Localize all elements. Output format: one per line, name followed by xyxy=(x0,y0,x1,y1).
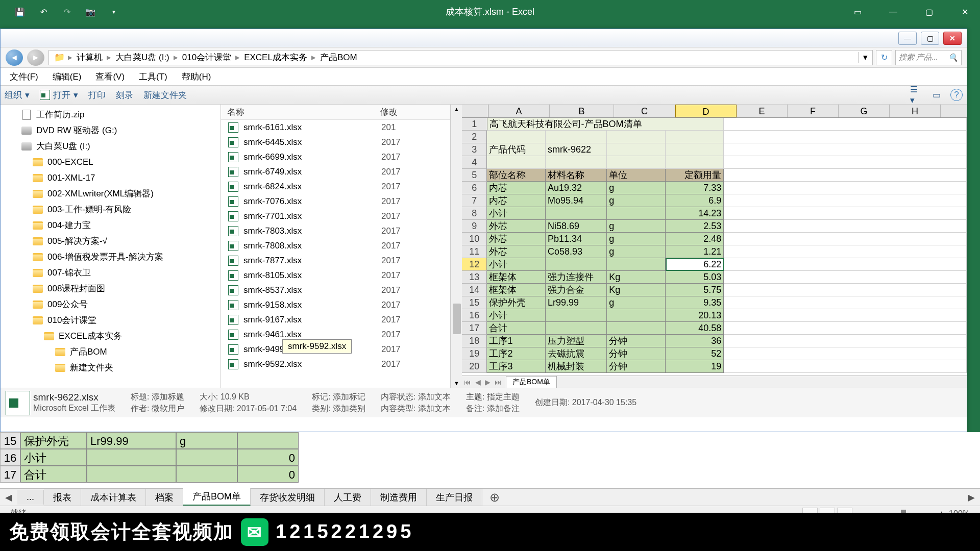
cell[interactable] xyxy=(607,131,666,143)
row-header[interactable]: 2 xyxy=(462,131,487,143)
cell[interactable]: 6.9 xyxy=(666,194,724,207)
sheet-tab[interactable]: ... xyxy=(17,490,44,505)
sheet-tab[interactable]: 存货收发明细 xyxy=(251,489,325,506)
file-list-scrollbar[interactable]: ▲ ▼ xyxy=(451,105,462,388)
cell[interactable] xyxy=(724,284,967,296)
row-header[interactable]: 3 xyxy=(462,143,487,156)
cell[interactable]: 压力塑型 xyxy=(546,335,607,347)
cell[interactable]: 强力连接件 xyxy=(546,271,607,284)
cell[interactable]: 机械封装 xyxy=(546,360,607,373)
menu-help[interactable]: 帮助(H) xyxy=(176,69,217,85)
cell[interactable] xyxy=(487,156,546,169)
col-header[interactable]: H xyxy=(890,105,941,117)
detail-category[interactable]: 添加类别 xyxy=(333,404,365,413)
cell[interactable] xyxy=(666,131,724,143)
column-date[interactable]: 修改 xyxy=(374,106,404,118)
tree-node[interactable]: 产品BOM xyxy=(1,344,220,360)
cell[interactable]: 1.21 xyxy=(666,245,724,258)
preview-pane-icon[interactable]: ▭ xyxy=(930,89,943,101)
detail-author[interactable]: 微软用户 xyxy=(152,404,184,413)
cell[interactable] xyxy=(546,322,607,335)
scroll-up-icon[interactable]: ▲ xyxy=(451,105,462,112)
tree-node[interactable]: 工作简历.zip xyxy=(1,107,220,122)
tree-node[interactable]: 004-建力宝 xyxy=(1,217,220,233)
cell[interactable]: 小计 xyxy=(487,207,546,220)
cell[interactable]: g xyxy=(607,220,666,233)
cell[interactable]: 高飞航天科技有限公司-产品BOM清单 xyxy=(487,118,724,131)
file-row[interactable]: smrk-6824.xlsx2017 xyxy=(221,179,450,194)
cell[interactable] xyxy=(724,245,967,258)
file-row[interactable]: smrk-6445.xlsx2017 xyxy=(221,135,450,149)
cell[interactable] xyxy=(724,309,967,322)
row-header[interactable]: 8 xyxy=(462,207,487,220)
tree-node[interactable]: EXCEL成本实务 xyxy=(1,328,220,344)
menu-edit[interactable]: 编辑(E) xyxy=(46,69,88,85)
cell[interactable]: g xyxy=(607,245,666,258)
cell[interactable] xyxy=(724,296,967,309)
cell[interactable]: 工序3 xyxy=(487,360,546,373)
tab-nav-last-icon[interactable]: ⏭ xyxy=(493,378,504,386)
detail-title[interactable]: 添加标题 xyxy=(152,392,184,401)
cell[interactable]: 外芯 xyxy=(487,220,546,233)
customize-qat-icon[interactable]: ▾ xyxy=(107,5,121,19)
cell[interactable] xyxy=(607,309,666,322)
scroll-down-icon[interactable]: ▼ xyxy=(451,380,462,386)
cell[interactable]: 产品代码 xyxy=(487,143,546,156)
cell[interactable]: 保护外壳 xyxy=(20,432,87,449)
cell[interactable]: Ni58.69 xyxy=(546,220,607,233)
col-header[interactable]: B xyxy=(550,105,614,117)
cell[interactable] xyxy=(724,156,967,169)
menu-file[interactable]: 文件(F) xyxy=(4,69,44,85)
tab-nav-next-icon[interactable]: ▶ xyxy=(483,378,493,386)
column-name[interactable]: 名称 xyxy=(221,106,374,118)
explorer-maximize-icon[interactable]: ▢ xyxy=(921,32,939,45)
cell[interactable]: 40.58 xyxy=(666,322,724,335)
cell[interactable]: 工序1 xyxy=(487,335,546,347)
row-header[interactable]: 17 xyxy=(462,322,487,335)
cell[interactable]: 保护外壳 xyxy=(487,296,546,309)
cell[interactable] xyxy=(724,182,967,194)
tree-node[interactable]: 009公众号 xyxy=(1,296,220,312)
cell[interactable]: 材料名称 xyxy=(546,169,607,182)
sheet-tab[interactable]: 档案 xyxy=(146,489,183,506)
cell[interactable]: 5.75 xyxy=(666,284,724,296)
row-header[interactable]: 15 xyxy=(0,432,20,449)
undo-icon[interactable]: ↶ xyxy=(36,5,51,19)
back-button[interactable]: ◄ xyxy=(6,49,23,66)
cell[interactable] xyxy=(724,233,967,245)
save-icon[interactable]: 💾 xyxy=(13,5,27,19)
cell[interactable]: Pb11.34 xyxy=(546,233,607,245)
sheet-tab[interactable]: 人工费 xyxy=(325,489,371,506)
breadcrumb[interactable]: 📁 ▸ 计算机▸ 大白菜U盘 (I:)▸ 010会计课堂▸ EXCEL成本实务▸… xyxy=(48,50,873,65)
cell[interactable] xyxy=(607,207,666,220)
cell[interactable] xyxy=(724,360,967,373)
cell[interactable] xyxy=(546,207,607,220)
col-header[interactable]: D xyxy=(675,105,737,117)
cell[interactable]: 7.33 xyxy=(666,182,724,194)
newfolder-button[interactable]: 新建文件夹 xyxy=(143,89,187,101)
row-header[interactable]: 16 xyxy=(0,449,20,466)
cell[interactable]: 小计 xyxy=(487,309,546,322)
camera-icon[interactable]: 📷 xyxy=(83,5,97,19)
organize-button[interactable]: 组织 ▾ xyxy=(5,89,30,101)
column-headers[interactable]: A B C D E F G H xyxy=(462,105,967,118)
cell[interactable]: 19 xyxy=(666,360,724,373)
cell[interactable] xyxy=(607,156,666,169)
row-header[interactable]: 18 xyxy=(462,335,487,347)
row-header[interactable]: 14 xyxy=(462,284,487,296)
cell[interactable]: 0 xyxy=(237,466,299,483)
sheet-tab-active[interactable]: 产品BOM单 xyxy=(183,488,251,506)
cell[interactable]: smrk-9622 xyxy=(546,143,607,156)
cell[interactable] xyxy=(724,194,967,207)
col-header[interactable]: G xyxy=(839,105,890,117)
file-row[interactable]: smrk-9167.xlsx2017 xyxy=(221,312,450,327)
row-header[interactable]: 4 xyxy=(462,156,487,169)
cell[interactable]: 52 xyxy=(666,347,724,360)
tree-node[interactable]: DVD RW 驱动器 (G:) xyxy=(1,122,220,138)
cell[interactable] xyxy=(87,449,176,466)
preview-sheet-tabs[interactable]: ⏮ ◀ ▶ ⏭ 产品BOM单 xyxy=(462,375,967,388)
tree-node[interactable]: 005-解决方案-√ xyxy=(1,233,220,249)
file-row[interactable]: smrk-8105.xlsx2017 xyxy=(221,268,450,283)
cell[interactable]: 小计 xyxy=(487,258,546,271)
cell[interactable] xyxy=(87,466,176,483)
